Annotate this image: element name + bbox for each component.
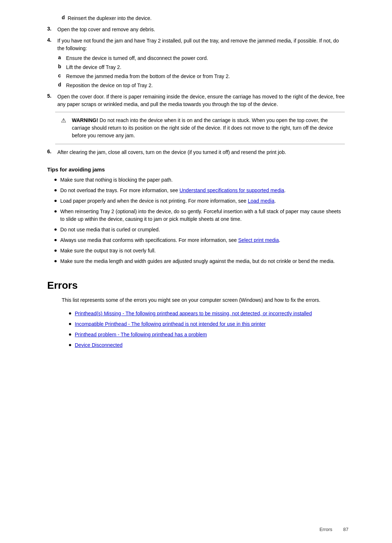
warning-text-body: Do not reach into the device when it is … xyxy=(72,117,333,138)
step-5: 5. Open the cover door. If there is pape… xyxy=(47,93,345,144)
error-incompatible-printhead-link[interactable]: Incompatible Printhead - The following p… xyxy=(75,320,266,328)
list-item: Always use media that conforms with spec… xyxy=(54,236,345,244)
step-4a-text: Ensure the device is turned off, and dis… xyxy=(66,54,208,62)
sub-label-4c: c xyxy=(58,73,63,78)
warning-triangle-icon: ⚠ xyxy=(61,117,68,124)
tip-7-text: Make sure the output tray is not overly … xyxy=(60,247,156,255)
sub-label-d: d xyxy=(47,15,65,20)
list-item: Make sure the media length and width gui… xyxy=(54,258,345,265)
step-6-number: 6. xyxy=(47,149,54,154)
list-item: Device Disconnected xyxy=(69,341,345,349)
bullet-icon xyxy=(54,210,57,212)
bullet-icon xyxy=(54,189,57,191)
step-4-text: If you have not found the jam and have T… xyxy=(57,37,345,52)
bullet-icon xyxy=(69,312,71,315)
errors-heading: Errors xyxy=(47,280,345,291)
warning-box: ⚠ WARNING! Do not reach into the device … xyxy=(55,112,345,144)
tips-section: Tips for avoiding jams Make sure that no… xyxy=(47,166,345,265)
step-4: 4. If you have not found the jam and hav… xyxy=(47,37,345,89)
step-3-text: Open the top cover and remove any debris… xyxy=(57,26,345,33)
list-item: Load paper properly and when the device … xyxy=(54,197,345,205)
tip-5-text: Do not use media that is curled or crump… xyxy=(60,226,160,234)
step-4d-text: Reposition the device on top of Tray 2. xyxy=(66,82,153,89)
step-5-number: 5. xyxy=(47,93,54,99)
tip-8-text: Make sure the media length and width gui… xyxy=(60,258,335,265)
list-item: When reinserting Tray 2 (optional) into … xyxy=(54,208,345,223)
step-d-reinsert: d Reinsert the duplexer into the device. xyxy=(47,15,345,22)
understand-specs-link[interactable]: Understand specifications for supported … xyxy=(179,187,284,193)
footer-page-number: 87 xyxy=(343,527,348,532)
step-4c: c Remove the jammed media from the botto… xyxy=(58,73,345,80)
list-item: Incompatible Printhead - The following p… xyxy=(69,320,345,328)
step-d-reinsert-text: Reinsert the duplexer into the device. xyxy=(68,15,345,22)
list-item: Do not overload the trays. For more info… xyxy=(54,187,345,194)
step-4c-text: Remove the jammed media from the bottom … xyxy=(66,73,230,80)
page-footer: Errors 87 xyxy=(319,527,348,532)
bullet-icon xyxy=(54,179,57,181)
list-item: Make sure the output tray is not overly … xyxy=(54,247,345,255)
errors-list: Printhead(s) Missing - The following pri… xyxy=(69,310,345,349)
bullet-icon xyxy=(69,344,71,346)
step-6-text: After clearing the jam, close all covers… xyxy=(57,149,345,156)
list-item: Printhead(s) Missing - The following pri… xyxy=(69,310,345,317)
tip-4-text: When reinserting Tray 2 (optional) into … xyxy=(60,208,345,223)
bullet-icon xyxy=(54,228,57,231)
error-printhead-missing-link[interactable]: Printhead(s) Missing - The following pri… xyxy=(75,310,312,317)
bullet-icon xyxy=(69,333,71,336)
errors-section: Errors This list represents some of the … xyxy=(47,280,345,349)
bullet-icon xyxy=(69,323,71,325)
tips-list: Make sure that nothing is blocking the p… xyxy=(54,176,345,265)
list-item: Make sure that nothing is blocking the p… xyxy=(54,176,345,184)
errors-intro: This list represents some of the errors … xyxy=(62,296,345,304)
tips-heading: Tips for avoiding jams xyxy=(47,166,345,173)
step-4b: b Lift the device off Tray 2. xyxy=(58,64,345,71)
tip-2-text: Do not overload the trays. For more info… xyxy=(60,187,286,194)
tip-6-text: Always use media that conforms with spec… xyxy=(60,236,280,244)
sub-label-4d: d xyxy=(58,82,63,88)
content: d Reinsert the duplexer into the device.… xyxy=(47,15,345,349)
bullet-icon xyxy=(54,250,57,252)
list-item: Do not use media that is curled or crump… xyxy=(54,226,345,234)
bullet-icon xyxy=(54,260,57,262)
step-6: 6. After clearing the jam, close all cov… xyxy=(47,149,345,156)
warning-label: WARNING! xyxy=(72,117,98,123)
load-media-link[interactable]: Load media xyxy=(248,198,274,204)
step-5-text: Open the cover door. If there is paper r… xyxy=(57,93,345,108)
sub-label-4b: b xyxy=(58,64,63,69)
tip-3-text: Load paper properly and when the device … xyxy=(60,197,276,205)
sub-label-4a: a xyxy=(58,54,63,60)
step-4b-text: Lift the device off Tray 2. xyxy=(66,64,121,71)
tip-1-text: Make sure that nothing is blocking the p… xyxy=(60,176,173,184)
step-3: 3. Open the top cover and remove any deb… xyxy=(47,26,345,33)
step-4-sublist: a Ensure the device is turned off, and d… xyxy=(58,54,345,89)
error-device-disconnected-link[interactable]: Device Disconnected xyxy=(75,341,123,349)
step-4-number: 4. xyxy=(47,37,54,43)
warning-content: WARNING! Do not reach into the device wh… xyxy=(72,117,339,139)
error-printhead-problem-link[interactable]: Printhead problem - The following printh… xyxy=(75,331,207,339)
footer-section-label: Errors xyxy=(319,527,332,532)
bullet-icon xyxy=(54,239,57,241)
step-4d: d Reposition the device on top of Tray 2… xyxy=(58,82,345,89)
list-item: Printhead problem - The following printh… xyxy=(69,331,345,339)
page: d Reinsert the duplexer into the device.… xyxy=(0,0,392,543)
select-print-media-link[interactable]: Select print media xyxy=(238,237,279,243)
bullet-icon xyxy=(54,200,57,202)
step-3-number: 3. xyxy=(47,26,54,32)
steps-list: d Reinsert the duplexer into the device.… xyxy=(47,15,345,156)
step-4a: a Ensure the device is turned off, and d… xyxy=(58,54,345,62)
